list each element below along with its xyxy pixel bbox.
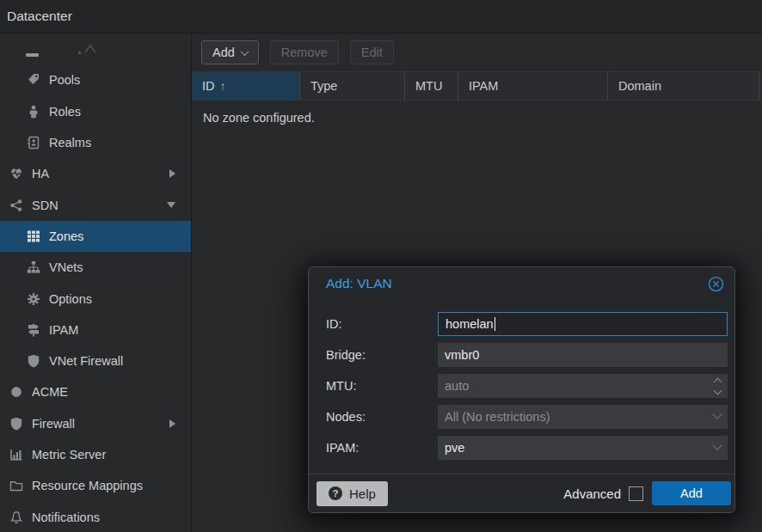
sidebar-item-label: Metric Server <box>32 448 106 462</box>
add-submit-button[interactable]: Add <box>652 481 731 505</box>
advanced-toggle-group: Advanced <box>563 486 643 501</box>
advanced-checkbox[interactable] <box>629 486 643 501</box>
nodes-select[interactable]: All (No restrictions) <box>438 405 728 429</box>
chevron-down-icon[interactable] <box>712 410 722 419</box>
sidebar-item-notifications[interactable]: Notifications <box>0 501 191 532</box>
question-circle-icon: ? <box>329 486 342 500</box>
sidebar-item-label: Options <box>49 292 92 306</box>
spinner-down-icon[interactable] <box>714 386 722 394</box>
shield-icon <box>9 417 24 431</box>
chevron-down-icon[interactable] <box>712 441 722 450</box>
ipam-field-label: IPAM: <box>326 441 438 455</box>
column-header-type[interactable]: Type <box>300 72 405 100</box>
sidebar-item-partial[interactable] <box>0 34 191 64</box>
bridge-field-label: Bridge: <box>326 348 438 362</box>
sidebar-item-ipam[interactable]: IPAM <box>0 315 191 345</box>
dialog-title: Add: VLAN <box>326 276 392 291</box>
help-button[interactable]: ? Help <box>316 481 388 506</box>
mtu-placeholder: auto <box>445 379 469 393</box>
sidebar-item-resource-mappings[interactable]: Resource Mappings <box>0 470 191 501</box>
partial-icon-fragment <box>26 53 39 57</box>
chevron-up-icon <box>83 42 97 56</box>
edit-button-label: Edit <box>361 46 383 59</box>
dialog-body: ID: homelan Bridge: vmbr0 MTU: auto <box>309 300 734 474</box>
sidebar-item-ha[interactable]: HA <box>0 158 191 189</box>
sidebar-item-label: VNet Firewall <box>49 354 123 368</box>
add-button-label: Add <box>212 46 235 59</box>
sidebar-item-label: ACME <box>32 385 68 399</box>
bar-chart-icon <box>9 448 24 462</box>
sidebar-item-acme[interactable]: ACME <box>0 376 191 407</box>
map-signs-icon <box>26 323 41 337</box>
expand-collapsed-icon[interactable] <box>169 419 175 428</box>
field-row-ipam: IPAM: pve <box>326 436 728 460</box>
add-vlan-dialog: Add: VLAN ID: homelan Bridge: vmbr0 MTU: <box>308 266 735 513</box>
bridge-input[interactable]: vmbr0 <box>438 343 728 367</box>
sidebar-item-label: Pools <box>49 73 80 87</box>
remove-button[interactable]: Remove <box>270 40 339 64</box>
heartbeat-icon <box>9 167 24 180</box>
sidebar-item-pools[interactable]: Pools <box>0 64 191 95</box>
field-row-id: ID: homelan <box>326 312 728 336</box>
certificate-icon <box>9 385 24 399</box>
dialog-header[interactable]: Add: VLAN <box>309 267 734 300</box>
sidebar-item-firewall[interactable]: Firewall <box>0 408 191 439</box>
column-header-mtu[interactable]: MTU <box>405 72 458 100</box>
id-input-value: homelan <box>446 317 494 331</box>
sidebar-item-sdn[interactable]: SDN <box>0 189 191 220</box>
zones-toolbar: Add Remove Edit <box>192 34 762 71</box>
column-header-domain[interactable]: Domain <box>608 72 759 100</box>
column-label: Type <box>310 79 337 93</box>
field-row-bridge: Bridge: vmbr0 <box>326 343 728 367</box>
sidebar-item-realms[interactable]: Realms <box>0 127 191 158</box>
sidebar-tree: Pools Roles Realms HA <box>0 34 192 532</box>
id-input[interactable]: homelan <box>438 312 728 336</box>
column-header-ipam[interactable]: IPAM <box>458 72 608 100</box>
sidebar-item-zones[interactable]: Zones <box>0 221 191 252</box>
sidebar-item-options[interactable]: Options <box>0 283 191 314</box>
bridge-input-value: vmbr0 <box>445 348 479 362</box>
edit-button[interactable]: Edit <box>350 40 394 64</box>
sidebar-item-label: HA <box>32 167 49 180</box>
mtu-spinner-input[interactable]: auto <box>438 374 728 398</box>
spinner-up-icon[interactable] <box>714 377 722 386</box>
ipam-select[interactable]: pve <box>438 436 728 460</box>
sidebar-item-roles[interactable]: Roles <box>0 96 191 127</box>
grid-header: ID ↑ Type MTU IPAM Domain <box>192 71 762 101</box>
folder-icon <box>9 479 24 492</box>
sidebar-item-vnets[interactable]: VNets <box>0 252 191 283</box>
expand-collapsed-icon[interactable] <box>169 169 175 178</box>
sidebar-item-label: IPAM <box>49 323 78 337</box>
sidebar-item-label: Realms <box>49 136 91 150</box>
advanced-label: Advanced <box>563 486 621 501</box>
expand-expanded-icon[interactable] <box>167 202 175 208</box>
nodes-field-label: Nodes: <box>326 410 438 424</box>
sort-asc-icon: ↑ <box>220 79 226 93</box>
grid-icon <box>26 229 41 243</box>
column-label: ID <box>202 79 215 93</box>
bell-icon <box>9 511 24 524</box>
shield-icon <box>26 354 41 368</box>
grid-empty-text: No zone configured. <box>192 101 762 125</box>
column-label: IPAM <box>469 79 498 93</box>
sidebar-item-label: VNets <box>49 260 83 274</box>
page-title: Datacenter <box>7 9 72 24</box>
add-menu-button[interactable]: Add <box>201 40 259 64</box>
spinner-controls <box>715 376 721 396</box>
close-icon[interactable] <box>708 276 724 292</box>
sidebar-item-vnet-firewall[interactable]: VNet Firewall <box>0 345 191 376</box>
sidebar-item-metric-server[interactable]: Metric Server <box>0 439 191 470</box>
top-bar: Datacenter <box>0 0 762 34</box>
sidebar-item-label: Zones <box>49 229 83 243</box>
column-label: Domain <box>618 79 661 93</box>
help-button-label: Help <box>349 486 376 501</box>
proxmox-window: Datacenter Pools Roles <box>0 0 762 532</box>
address-book-icon <box>26 136 41 150</box>
chevron-down-icon <box>240 47 249 56</box>
user-icon <box>26 105 41 119</box>
field-row-mtu: MTU: auto <box>326 374 728 398</box>
column-header-id[interactable]: ID ↑ <box>192 72 300 100</box>
sitemap-icon <box>26 260 41 274</box>
column-label: MTU <box>415 79 442 93</box>
gear-icon <box>26 292 41 306</box>
